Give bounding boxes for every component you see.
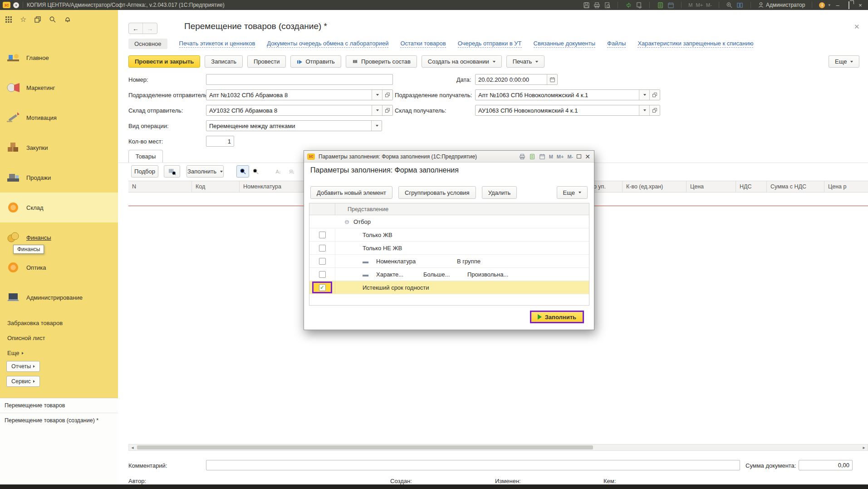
number-input[interactable]	[206, 74, 393, 85]
current-user[interactable]: Администратор	[758, 2, 805, 8]
tab-ut-send-queue[interactable]: Очередь отправки в УТ	[458, 40, 522, 48]
scroll-left-icon[interactable]: ◂	[129, 445, 136, 450]
open-link-icon[interactable]	[382, 90, 392, 100]
close-button[interactable]: ×	[856, 2, 864, 9]
memory-m-plus-button[interactable]: M+	[557, 154, 564, 159]
open-link-icon[interactable]	[382, 105, 392, 115]
sidebar-item-administration[interactable]: Администрирование	[0, 282, 118, 312]
tab-files[interactable]: Файлы	[607, 40, 626, 48]
sidebar-item-motivation[interactable]: Мотивация	[0, 103, 118, 133]
open-window-item[interactable]: Перемещение товаров	[0, 398, 118, 413]
calendar-icon[interactable]	[667, 1, 674, 9]
sidebar-item-sales[interactable]: Продажи	[0, 163, 118, 193]
print-icon[interactable]	[519, 153, 525, 160]
dropdown-caret-icon[interactable]	[639, 105, 649, 115]
fill-dropdown-button[interactable]: Заполнить	[186, 165, 224, 178]
open-link-icon[interactable]	[649, 105, 660, 115]
operation-type-select[interactable]: Перемещение между аптеками	[206, 120, 382, 131]
search-icon[interactable]	[49, 16, 56, 23]
sidebar-item-optics[interactable]: Оптика	[0, 252, 118, 282]
print-preview-icon[interactable]	[603, 1, 611, 9]
places-count-input[interactable]: 1	[206, 136, 234, 147]
filter-row[interactable]: Только ЖВ	[309, 228, 589, 242]
column-sum-vat[interactable]: Сумма с НДС	[767, 181, 824, 192]
clear-search-icon[interactable]	[250, 165, 262, 178]
tab-related-documents[interactable]: Связанные документы	[534, 40, 596, 48]
columns-icon[interactable]	[736, 1, 744, 9]
reports-button[interactable]: Отчеты	[6, 361, 40, 372]
sidebar-more-link[interactable]: Еще	[7, 350, 24, 356]
back-button[interactable]: ←	[129, 23, 143, 34]
restore-button[interactable]	[845, 2, 853, 9]
create-from-button[interactable]: Создать на основании	[422, 55, 502, 68]
minimize-button[interactable]: –	[834, 2, 842, 9]
tab-main[interactable]: Основное	[128, 39, 167, 49]
dropdown-caret-icon[interactable]	[372, 105, 382, 115]
column-vat[interactable]: НДС	[736, 181, 767, 192]
pick-button[interactable]: Подбор	[131, 165, 158, 178]
info-icon[interactable]: i	[819, 2, 825, 8]
dialog-more-button[interactable]: Еще	[557, 186, 588, 199]
sidebar-item-main[interactable]: Главное	[0, 43, 118, 73]
filter-row[interactable]: Только НЕ ЖВ	[309, 242, 589, 255]
delete-button[interactable]: Удалить	[482, 186, 517, 199]
check-composition-button[interactable]: Проверить состав	[346, 55, 417, 68]
service-button[interactable]: Сервис	[6, 376, 40, 387]
memory-m-plus-button[interactable]: M+	[696, 2, 703, 8]
notifications-bell-icon[interactable]	[64, 16, 71, 23]
print-icon[interactable]	[593, 1, 600, 9]
checkbox[interactable]	[309, 255, 335, 267]
tab-forbidden-characteristics[interactable]: Характеристики запрещенные к списанию	[638, 40, 753, 48]
favorites-star-icon[interactable]: ☆	[20, 16, 26, 23]
info-chevron-icon[interactable]: ▾	[828, 3, 830, 7]
sort-asc-icon[interactable]: А↓	[272, 165, 284, 178]
collapse-minus-icon[interactable]: ⊖	[344, 218, 349, 225]
save-button[interactable]: Записать	[205, 55, 243, 68]
sections-menu-icon[interactable]	[5, 15, 12, 23]
scrollbar-thumb[interactable]	[137, 445, 593, 449]
tab-stock-remains[interactable]: Остатки товаров	[400, 40, 446, 48]
horizontal-scrollbar[interactable]: ◂ ▸	[128, 444, 868, 451]
sidebar-item-marketing[interactable]: Маркетинг	[0, 73, 118, 103]
sidebar-link-inventory-sheet[interactable]: Описной лист	[7, 335, 45, 341]
close-icon[interactable]: ✕	[585, 153, 590, 160]
print-button[interactable]: Печать	[506, 55, 545, 68]
filter-row[interactable]: ▬ Номенклатура В группе	[309, 255, 589, 268]
calendar-icon[interactable]	[539, 153, 545, 160]
fill-button[interactable]: Заполнить	[530, 311, 584, 323]
open-link-icon[interactable]	[649, 90, 660, 100]
data-exchange-icon[interactable]	[625, 1, 632, 9]
memory-m-minus-button[interactable]: M-	[706, 2, 712, 8]
sidebar-item-warehouse[interactable]: Склад	[0, 193, 118, 222]
dialog-titlebar[interactable]: 1С Параметры заполнения: Форма заполнени…	[304, 151, 594, 163]
send-button[interactable]: Отправить	[290, 55, 341, 68]
department-to-input[interactable]: Апт №1063 СПб Новоколомяжский 4 к.1	[475, 89, 660, 100]
save-icon[interactable]	[583, 1, 590, 9]
open-window-item-active[interactable]: Перемещение товаров (создание) *	[0, 413, 118, 427]
post-button[interactable]: Провести	[247, 55, 286, 68]
tab-goods[interactable]: Товары	[128, 150, 163, 163]
comment-input[interactable]	[206, 460, 740, 470]
forward-button[interactable]: →	[143, 23, 157, 34]
send-icon[interactable]	[635, 1, 642, 9]
sidebar-link-rejection[interactable]: Забраковка товаров	[7, 320, 63, 326]
column-n[interactable]: N	[128, 181, 192, 192]
filter-group-row[interactable]: ⊖ Отбор	[309, 215, 589, 228]
checkbox[interactable]	[309, 268, 335, 281]
sort-desc-icon[interactable]: Я↓	[285, 165, 298, 178]
post-and-close-button[interactable]: Провести и закрыть	[128, 55, 200, 68]
form-close-icon[interactable]: ✕	[854, 23, 860, 31]
main-menu-chevron-icon[interactable]: ▾	[13, 2, 19, 8]
tab-labels-print[interactable]: Печать этикеток и ценников	[179, 40, 255, 48]
sidebar-item-purchases[interactable]: Закупки	[0, 133, 118, 163]
add-element-button[interactable]: Добавить новый элемент	[310, 186, 392, 199]
checkbox[interactable]	[309, 242, 335, 254]
more-button[interactable]: Еще	[829, 55, 859, 68]
barcode-scanner-icon[interactable]	[164, 165, 180, 178]
column-code[interactable]: Код	[192, 181, 240, 192]
checkbox[interactable]	[309, 228, 335, 241]
memory-m-minus-button[interactable]: M-	[567, 154, 573, 159]
search-icon[interactable]	[236, 165, 249, 178]
scroll-right-icon[interactable]: ▸	[860, 445, 868, 450]
department-from-input[interactable]: Апт №1032 СПб Абрамова 8	[206, 89, 393, 100]
